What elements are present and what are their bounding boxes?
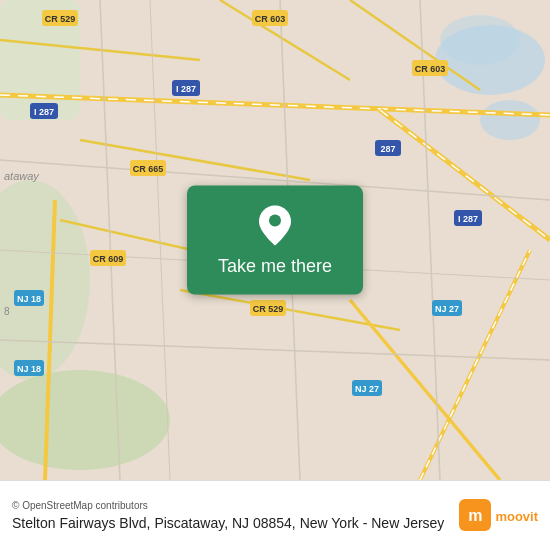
svg-point-5 [440, 15, 520, 65]
svg-point-59 [269, 215, 281, 227]
svg-text:NJ 27: NJ 27 [435, 304, 459, 314]
svg-text:NJ 27: NJ 27 [355, 384, 379, 394]
moovit-logo: m [459, 499, 491, 536]
info-bar: © OpenStreetMap contributors Stelton Fai… [0, 480, 550, 550]
moovit-badge: m moovit [459, 499, 538, 536]
svg-point-2 [480, 100, 540, 140]
svg-text:NJ 18: NJ 18 [17, 364, 41, 374]
svg-text:NJ 18: NJ 18 [17, 294, 41, 304]
svg-text:8: 8 [4, 306, 10, 317]
svg-text:CR 529: CR 529 [45, 14, 76, 24]
svg-text:CR 529: CR 529 [253, 304, 284, 314]
location-pin-icon [257, 204, 293, 248]
attribution-text: © OpenStreetMap contributors [12, 500, 148, 511]
svg-text:m: m [469, 507, 483, 524]
map-container: CR 529 CR 603 CR 603 I 287 I 287 287 I 2… [0, 0, 550, 480]
moovit-name: moovit [495, 510, 538, 524]
svg-text:CR 665: CR 665 [133, 164, 164, 174]
svg-text:287: 287 [380, 144, 395, 154]
svg-text:CR 603: CR 603 [255, 14, 286, 24]
svg-text:I 287: I 287 [176, 84, 196, 94]
svg-text:I 287: I 287 [458, 214, 478, 224]
svg-text:I 287: I 287 [34, 107, 54, 117]
svg-text:ataway: ataway [4, 170, 40, 182]
svg-text:CR 603: CR 603 [415, 64, 446, 74]
button-label: Take me there [218, 256, 332, 277]
svg-text:CR 609: CR 609 [93, 254, 124, 264]
take-me-there-button[interactable]: Take me there [187, 186, 363, 295]
